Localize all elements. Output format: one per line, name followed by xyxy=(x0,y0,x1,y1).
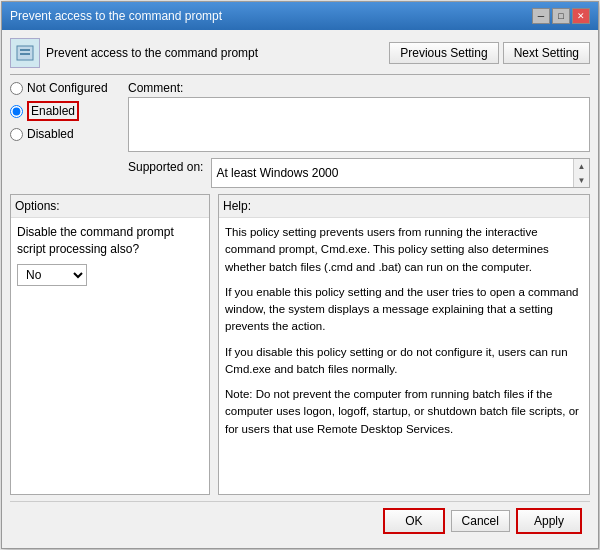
disabled-radio[interactable] xyxy=(10,128,23,141)
policy-icon xyxy=(10,38,40,68)
enabled-label: Enabled xyxy=(27,101,79,121)
apply-button[interactable]: Apply xyxy=(516,508,582,534)
help-panel: Help: This policy setting prevents users… xyxy=(218,194,590,495)
options-select-row: No Yes xyxy=(17,264,203,286)
svg-rect-2 xyxy=(20,53,30,55)
supported-value-box: At least Windows 2000 ▲ ▼ xyxy=(211,158,590,188)
supported-label: Supported on: xyxy=(128,158,203,174)
svg-rect-1 xyxy=(20,49,30,51)
options-title: Options: xyxy=(11,195,209,218)
options-panel: Options: Disable the command prompt scri… xyxy=(10,194,210,495)
help-para-3: If you disable this policy setting or do… xyxy=(225,344,583,379)
comment-section: Comment: Supported on: At least Windows … xyxy=(128,81,590,188)
supported-scrollbar: ▲ ▼ xyxy=(573,159,589,187)
next-setting-button[interactable]: Next Setting xyxy=(503,42,590,64)
help-para-1: This policy setting prevents users from … xyxy=(225,224,583,276)
scroll-down-arrow[interactable]: ▼ xyxy=(574,173,589,187)
previous-setting-button[interactable]: Previous Setting xyxy=(389,42,498,64)
policy-title: Prevent access to the command prompt xyxy=(46,46,258,60)
radio-group: Not Configured Enabled Disabled xyxy=(10,81,120,141)
dialog-content: Prevent access to the command prompt Pre… xyxy=(2,30,598,548)
title-bar: Prevent access to the command prompt ─ □… xyxy=(2,2,598,30)
comment-textarea[interactable] xyxy=(128,97,590,152)
disabled-label: Disabled xyxy=(27,127,74,141)
help-para-4: Note: Do not prevent the computer from r… xyxy=(225,386,583,438)
not-configured-label: Not Configured xyxy=(27,81,108,95)
middle-section: Not Configured Enabled Disabled Comment:… xyxy=(10,81,590,188)
nav-buttons: Previous Setting Next Setting xyxy=(389,42,590,64)
lower-section: Options: Disable the command prompt scri… xyxy=(10,194,590,495)
help-title: Help: xyxy=(219,195,589,218)
minimize-button[interactable]: ─ xyxy=(532,8,550,24)
close-button[interactable]: ✕ xyxy=(572,8,590,24)
not-configured-option[interactable]: Not Configured xyxy=(10,81,120,95)
maximize-button[interactable]: □ xyxy=(552,8,570,24)
enabled-option[interactable]: Enabled xyxy=(10,101,120,121)
main-window: Prevent access to the command prompt ─ □… xyxy=(1,1,599,549)
not-configured-radio[interactable] xyxy=(10,82,23,95)
window-title: Prevent access to the command prompt xyxy=(10,9,222,23)
scroll-up-arrow[interactable]: ▲ xyxy=(574,159,589,173)
comment-label: Comment: xyxy=(128,81,590,95)
options-content: Disable the command prompt script proces… xyxy=(11,218,209,292)
ok-button[interactable]: OK xyxy=(383,508,444,534)
top-bar: Prevent access to the command prompt Pre… xyxy=(10,38,590,75)
help-content[interactable]: This policy setting prevents users from … xyxy=(219,218,589,494)
supported-section: Supported on: At least Windows 2000 ▲ ▼ xyxy=(128,158,590,188)
help-para-2: If you enable this policy setting and th… xyxy=(225,284,583,336)
supported-value: At least Windows 2000 xyxy=(216,166,338,180)
bottom-bar: OK Cancel Apply xyxy=(10,501,590,540)
options-description: Disable the command prompt script proces… xyxy=(17,225,174,256)
enabled-radio[interactable] xyxy=(10,105,23,118)
disabled-option[interactable]: Disabled xyxy=(10,127,120,141)
title-controls: ─ □ ✕ xyxy=(532,8,590,24)
options-select[interactable]: No Yes xyxy=(17,264,87,286)
top-bar-left: Prevent access to the command prompt xyxy=(10,38,258,68)
cancel-button[interactable]: Cancel xyxy=(451,510,510,532)
